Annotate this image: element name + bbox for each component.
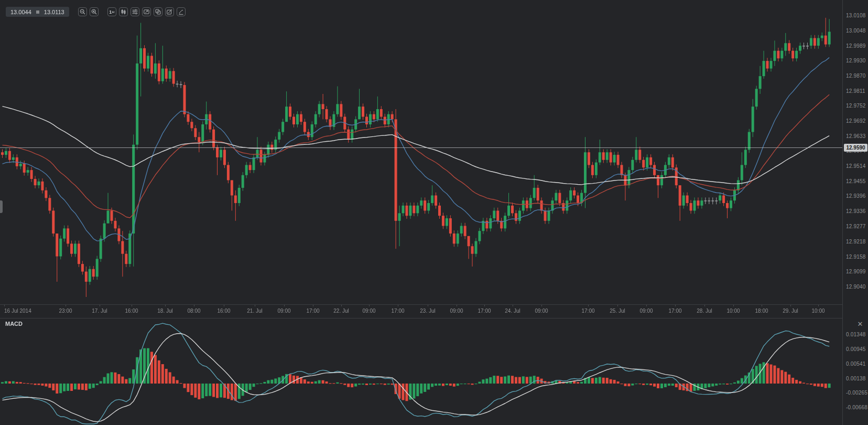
time-tick-mark bbox=[341, 305, 342, 306]
export-chart-icon bbox=[144, 9, 149, 15]
price-display: 13.0044 13.0113 bbox=[6, 7, 69, 17]
time-tick-mark bbox=[617, 305, 618, 306]
time-tick-label: 23:00 bbox=[59, 308, 72, 314]
ask-price: 13.0113 bbox=[44, 9, 64, 15]
current-price-label: 12.9590 bbox=[844, 144, 867, 152]
candlestick-icon bbox=[121, 9, 126, 15]
time-tick-mark bbox=[513, 305, 513, 306]
time-tick-label: 09:00 bbox=[639, 308, 653, 314]
time-tick-label: 22. Jul bbox=[333, 308, 349, 314]
chart-type-button[interactable] bbox=[119, 7, 128, 16]
time-tick-label: 16:00 bbox=[217, 308, 230, 314]
snapshot-button[interactable] bbox=[142, 7, 151, 16]
price-tick-label: 12.9752 bbox=[846, 103, 866, 109]
bid-price: 13.0044 bbox=[10, 9, 31, 15]
time-axis[interactable]: 16 Jul 201423:0017. Jul16:0018. Jul08:00… bbox=[0, 305, 842, 318]
time-tick-label: 17. Jul bbox=[92, 308, 107, 314]
time-tick-label: 28. Jul bbox=[697, 308, 712, 314]
time-tick-label: 16 Jul 2014 bbox=[4, 308, 31, 314]
zoom-out-icon bbox=[80, 9, 85, 15]
time-tick-label: 23. Jul bbox=[420, 308, 435, 314]
time-tick-mark bbox=[398, 305, 398, 306]
price-tick-label: 12.9455 bbox=[846, 178, 866, 184]
time-tick-mark bbox=[733, 305, 734, 306]
time-tick-mark bbox=[762, 305, 762, 306]
price-tick-label: 12.9989 bbox=[846, 43, 866, 49]
price-tick-label: 12.9514 bbox=[846, 163, 866, 169]
time-tick-mark bbox=[4, 305, 5, 306]
trading-terminal: 16 Jul 201423:0017. Jul16:0018. Jul08:00… bbox=[0, 0, 868, 425]
time-tick-label: 24. Jul bbox=[505, 308, 520, 314]
time-tick-label: 18:00 bbox=[755, 308, 768, 314]
annotate-button[interactable] bbox=[165, 7, 174, 16]
zoom-out-button[interactable] bbox=[78, 7, 87, 16]
timeframe-button[interactable]: 1H bbox=[107, 7, 116, 16]
time-tick-mark bbox=[194, 305, 194, 306]
time-tick-label: 09:00 bbox=[362, 308, 375, 314]
timeframe-unit: H bbox=[112, 10, 114, 14]
copy-icon bbox=[155, 9, 161, 15]
price-tick-label: 12.9870 bbox=[846, 73, 866, 79]
time-tick-label: 09:00 bbox=[535, 308, 548, 314]
price-tick-label: 12.9040 bbox=[846, 284, 866, 290]
chart-canvas[interactable] bbox=[0, 0, 842, 425]
price-tick-label: 13.0048 bbox=[846, 28, 866, 34]
price-tick-label: 12.9099 bbox=[846, 269, 866, 274]
time-tick-label: 17:00 bbox=[668, 308, 681, 314]
time-tick-label: 09:00 bbox=[277, 308, 290, 314]
time-tick-mark bbox=[369, 305, 370, 306]
time-tick-mark bbox=[66, 305, 66, 306]
time-tick-label: 18. Jul bbox=[157, 308, 172, 314]
time-tick-label: 16:00 bbox=[125, 308, 138, 314]
time-tick-mark bbox=[284, 305, 285, 306]
sidebar-drawer-handle[interactable] bbox=[0, 200, 3, 213]
time-tick-mark bbox=[646, 305, 647, 306]
draw-button[interactable] bbox=[177, 7, 186, 16]
time-tick-label: 29. Jul bbox=[783, 308, 798, 314]
time-tick-mark bbox=[818, 305, 819, 306]
time-tick-label: 09:00 bbox=[450, 308, 463, 314]
time-tick-mark bbox=[675, 305, 676, 306]
indicator-settings-button[interactable] bbox=[131, 7, 139, 16]
zoom-in-button[interactable] bbox=[90, 7, 99, 16]
duplicate-button[interactable] bbox=[154, 7, 162, 16]
edit-icon bbox=[167, 9, 172, 15]
price-axis-column[interactable]: 13.010813.004812.998912.993012.987012.98… bbox=[842, 0, 868, 425]
time-tick-mark bbox=[255, 305, 255, 306]
time-tick-mark bbox=[484, 305, 485, 306]
price-level-line bbox=[0, 147, 842, 148]
price-tick-label: 12.9633 bbox=[846, 133, 866, 139]
price-tick-label: 12.9396 bbox=[846, 193, 866, 199]
separator-square-icon bbox=[36, 10, 39, 14]
time-tick-mark bbox=[457, 305, 457, 306]
time-tick-mark bbox=[100, 305, 100, 306]
time-tick-mark bbox=[224, 305, 224, 306]
time-tick-mark bbox=[790, 305, 791, 306]
chart-toolbar: 13.0044 13.0113 1H bbox=[6, 7, 186, 17]
time-tick-label: 08:00 bbox=[187, 308, 200, 314]
time-tick-label: 17:00 bbox=[581, 308, 594, 314]
time-tick-label: 17:00 bbox=[306, 308, 319, 314]
price-tick-label: 12.9277 bbox=[846, 224, 866, 229]
time-tick-label: 10:00 bbox=[811, 308, 824, 314]
time-tick-label: 10:00 bbox=[726, 308, 740, 314]
time-tick-label: 17:00 bbox=[391, 308, 404, 314]
timeframe-value: 1 bbox=[109, 9, 112, 15]
time-tick-mark bbox=[428, 305, 428, 306]
price-tick-label: 12.9692 bbox=[846, 118, 866, 124]
pen-icon bbox=[178, 9, 184, 15]
macd-pane-separator[interactable] bbox=[0, 318, 868, 318]
time-tick-mark bbox=[704, 305, 705, 306]
time-tick-label: 21. Jul bbox=[247, 308, 262, 314]
price-tick-label: 12.9218 bbox=[846, 239, 866, 245]
sliders-icon bbox=[132, 9, 138, 15]
time-tick-label: 17:00 bbox=[478, 308, 491, 314]
price-tick-label: 12.9930 bbox=[846, 58, 866, 63]
price-tick-label: 12.9336 bbox=[846, 208, 866, 214]
price-tick-label: 12.9158 bbox=[846, 254, 866, 260]
macd-close-button[interactable]: ✕ bbox=[855, 320, 865, 329]
time-tick-mark bbox=[132, 305, 132, 306]
zoom-in-icon bbox=[91, 9, 97, 15]
price-tick-label: 12.9811 bbox=[846, 88, 865, 94]
macd-pane-title: MACD bbox=[5, 321, 23, 327]
